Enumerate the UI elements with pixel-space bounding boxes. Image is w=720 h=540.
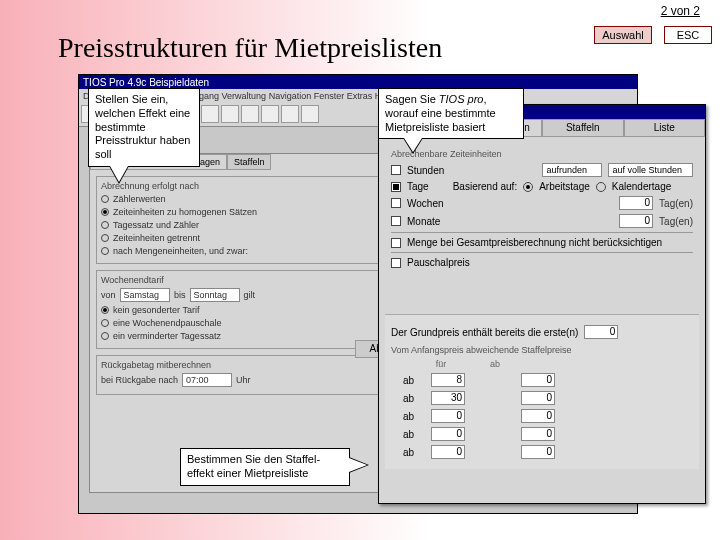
group-title: Wochenendtarif <box>101 275 407 285</box>
opt-label: ein verminderter Tagessatz <box>113 331 221 341</box>
label: von <box>101 290 116 300</box>
label: Menge bei Gesamtpreisberechnung nicht be… <box>407 237 662 248</box>
label: Monate <box>407 216 440 227</box>
pager-link[interactable]: 2 von 2 <box>661 4 700 18</box>
aufvolle-select[interactable]: auf volle Stunden <box>608 163 693 177</box>
check-menge[interactable] <box>391 238 401 248</box>
opt-label: Tagessatz und Zähler <box>113 220 199 230</box>
staffel-title: Vom Anfangspreis abweichende Staffelprei… <box>391 345 693 355</box>
abrechnung-group: Abrechnung erfolgt nach Zählerwerten Zei… <box>96 176 412 264</box>
grund-input[interactable]: 0 <box>584 325 618 339</box>
opt-label: Zeiteinheiten getrennt <box>113 233 200 243</box>
staffel-input[interactable]: 0 <box>521 445 555 459</box>
opt-label: nach Mengeneinheiten, und zwar: <box>113 246 248 256</box>
label: Pauschalpreis <box>407 257 470 268</box>
radio[interactable] <box>101 306 109 314</box>
col-header: ab <box>471 359 519 369</box>
check-pauschal[interactable] <box>391 258 401 268</box>
check-stunden[interactable] <box>391 165 401 175</box>
weekend-group: Wochenendtarif von Samstag bis Sonntag g… <box>96 270 412 349</box>
tab-staffeln[interactable]: Staffeln <box>542 119 624 137</box>
group-title: Abrechnung erfolgt nach <box>101 181 407 191</box>
staffel-input[interactable]: 0 <box>431 427 465 441</box>
bis-select[interactable]: Sonntag <box>190 288 240 302</box>
label: Stunden <box>407 165 444 176</box>
group-title: Rückgabetag mitberechnen <box>101 360 407 370</box>
radio-arbeitstage[interactable] <box>523 182 533 192</box>
radio[interactable] <box>101 319 109 327</box>
brand-label: Arkade Software <box>0 370 6 520</box>
staffel-input[interactable]: 0 <box>431 445 465 459</box>
row-label: ab <box>403 375 423 386</box>
dialog-front: Abrechnen Zeiteinheiten Staffeln Liste A… <box>378 104 706 504</box>
staffel-input[interactable]: 0 <box>521 427 555 441</box>
unit-label: Tag(en) <box>659 198 693 209</box>
label: bei Rückgabe nach <box>101 375 178 385</box>
label: Uhr <box>236 375 251 385</box>
settings-panel: Abrechnung nach Arbeitstagen Staffeln Ab… <box>89 153 419 493</box>
staffel-input[interactable]: 0 <box>521 391 555 405</box>
opt-label: Zählerwerten <box>113 194 166 204</box>
rueckgabe-group: Rückgabetag mitberechnen bei Rückgabe na… <box>96 355 412 395</box>
radio[interactable] <box>101 221 109 229</box>
staffel-section: Der Grundpreis enthält bereits die erste… <box>385 314 699 469</box>
col-header: für <box>417 359 465 369</box>
esc-button[interactable]: ESC <box>664 26 712 44</box>
rueck-time[interactable]: 07:00 <box>182 373 232 387</box>
label: Kalendertage <box>612 181 672 192</box>
label: Arbeitstage <box>539 181 590 192</box>
zeiteinheiten-section: Abrechenbare Zeiteinheiten Stunden aufru… <box>385 143 699 278</box>
callout-basis: Sagen Sie TIOS pro, worauf eine bestimmt… <box>378 88 524 139</box>
label: bis <box>174 290 186 300</box>
tab-liste[interactable]: Liste <box>624 119 706 137</box>
row-label: ab <box>403 393 423 404</box>
toolbar-icon[interactable] <box>281 105 299 123</box>
radio-kalendertage[interactable] <box>596 182 606 192</box>
label: Wochen <box>407 198 444 209</box>
check-wochen[interactable] <box>391 198 401 208</box>
opt-label: kein gesonderter Tarif <box>113 305 199 315</box>
callout-staffel: Bestimmen Sie den Staffel-effekt einer M… <box>180 448 350 486</box>
toolbar-icon[interactable] <box>301 105 319 123</box>
staffel-input[interactable]: 30 <box>431 391 465 405</box>
staffel-input[interactable]: 8 <box>431 373 465 387</box>
monate-input[interactable]: 0 <box>619 214 653 228</box>
aufrunden-select[interactable]: aufrunden <box>542 163 602 177</box>
wochen-input[interactable]: 0 <box>619 196 653 210</box>
radio[interactable] <box>101 195 109 203</box>
row-label: ab <box>403 447 423 458</box>
radio[interactable] <box>101 332 109 340</box>
radio[interactable] <box>101 247 109 255</box>
label: Der Grundpreis enthält bereits die erste… <box>391 327 578 338</box>
unit-label: Tag(en) <box>659 216 693 227</box>
row-label: ab <box>403 429 423 440</box>
label: Basierend auf: <box>453 181 518 192</box>
von-select[interactable]: Samstag <box>120 288 171 302</box>
radio[interactable] <box>101 208 109 216</box>
staffel-input[interactable]: 0 <box>521 409 555 423</box>
label: gilt <box>244 290 256 300</box>
check-monate[interactable] <box>391 216 401 226</box>
opt-label: eine Wochenendpauschale <box>113 318 221 328</box>
toolbar-icon[interactable] <box>201 105 219 123</box>
row-label: ab <box>403 411 423 422</box>
check-tage[interactable] <box>391 182 401 192</box>
staffel-input[interactable]: 0 <box>431 409 465 423</box>
staffel-input[interactable]: 0 <box>521 373 555 387</box>
toolbar-icon[interactable] <box>261 105 279 123</box>
label: Tage <box>407 181 429 192</box>
tab-staffeln[interactable]: Staffeln <box>227 154 271 170</box>
radio[interactable] <box>101 234 109 242</box>
page-title: Preisstrukturen für Mietpreislisten <box>58 32 442 64</box>
toolbar-icon[interactable] <box>241 105 259 123</box>
window-title: TIOS Pro 4.9c Beispieldaten <box>79 75 637 89</box>
callout-effect: Stellen Sie ein, welchen Effekt eine bes… <box>88 88 200 167</box>
opt-label: Zeiteinheiten zu homogenen Sätzen <box>113 207 257 217</box>
toolbar-icon[interactable] <box>221 105 239 123</box>
section-title: Abrechenbare Zeiteinheiten <box>391 149 693 159</box>
auswahl-button[interactable]: Auswahl <box>594 26 652 44</box>
